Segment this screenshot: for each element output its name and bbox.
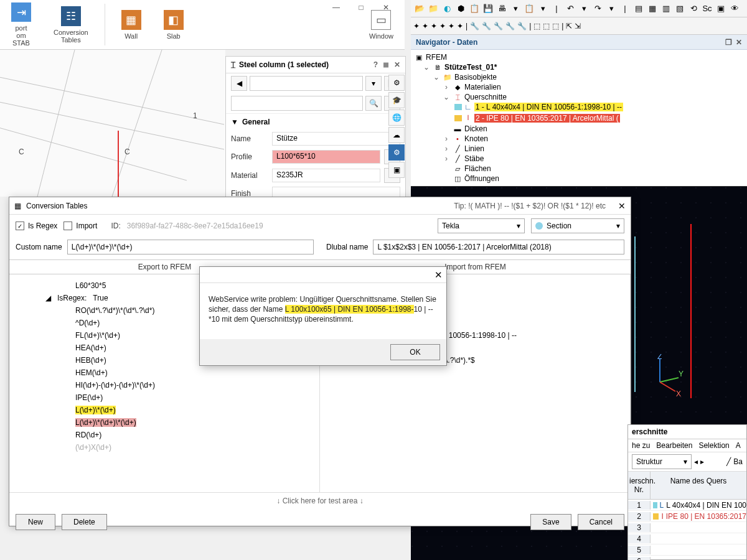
gear-icon[interactable]: ⚙ (388, 144, 405, 161)
struktur-select[interactable]: Struktur▾ (632, 454, 692, 469)
custom-name-input[interactable] (67, 240, 314, 254)
dialog-text: WebService write problem: Ungültiger Que… (200, 283, 446, 339)
minimize-button[interactable]: ― (324, 0, 349, 15)
nav-prev-icon[interactable]: ◂ (694, 457, 698, 466)
tip-text: Tip: !( MATH )! -- !($1 + $2)! OR !($1 *… (454, 202, 606, 210)
table-row[interactable]: 5 (628, 544, 746, 556)
general-heading: General (242, 118, 270, 126)
nav-next-icon[interactable]: ▸ (700, 457, 704, 466)
table-row[interactable]: 4 (628, 533, 746, 544)
nav-back-button[interactable]: ◀ (231, 76, 247, 91)
svg-text:Z: Z (657, 354, 662, 361)
table-row[interactable]: 2IIPE 80 | EN 10365:2017 (628, 511, 746, 522)
slab-icon: ◧ (164, 10, 184, 30)
isregex-checkbox[interactable]: ✓Is Regex (16, 222, 57, 230)
navigator-tree[interactable]: ▣RFEM ⌄🗎StützeTest_01* ⌄📁Basisobjekte ›◆… (411, 50, 747, 186)
search-icon[interactable]: 🔍 (365, 96, 382, 111)
close-button[interactable]: ✕ (374, 0, 398, 15)
side-toolbar: ⚙ 🎓 🌐 ☁ ⚙ ▣ (388, 75, 405, 178)
cross-sections-table[interactable]: ierschn. Nr.Name des Quers 1LL 40x40x4 |… (628, 472, 746, 560)
ribbon-conversion-tables[interactable]: ☷ Conversion Tables (42, 0, 100, 49)
svg-line-1 (0, 100, 224, 149)
dlubal-name-input[interactable] (373, 240, 624, 254)
profile-field[interactable]: L100*65*10 (272, 150, 380, 164)
nav-close-icon[interactable]: ✕ (736, 38, 742, 47)
panel-title: Steel column (1 selected) (239, 60, 329, 69)
panel-search-input[interactable] (231, 96, 363, 111)
list-icon[interactable]: ≣ (383, 60, 389, 69)
svg-line-0 (0, 75, 224, 124)
navigator-header: Navigator - Daten ❐✕ (411, 35, 747, 50)
import-checkbox[interactable]: Import (63, 222, 97, 230)
regex-row-highlight-red: L(\d+)\*(\d+)\*(\d+) (75, 418, 136, 427)
edu-icon[interactable]: 🎓 (388, 92, 405, 108)
globe-icon[interactable]: 🌐 (388, 110, 405, 126)
new-button[interactable]: New (16, 514, 55, 530)
table-row[interactable]: 6 (628, 556, 746, 560)
table-row[interactable]: 1LL 40x40x4 | DIN EN 100 (628, 500, 746, 511)
column-icon: ⌶ (231, 60, 235, 69)
type-select[interactable]: Tekla▾ (438, 218, 525, 233)
wall-icon: ▦ (121, 10, 141, 30)
name-field[interactable]: Stütze (272, 132, 400, 146)
ribbon-wall[interactable]: ▦ Wall (110, 0, 153, 49)
svg-line-2 (0, 124, 187, 180)
settings2-icon[interactable]: ⚙ (388, 75, 405, 91)
svg-line-18 (660, 382, 675, 391)
app-icon: ▦ (14, 202, 21, 210)
dialog-close-icon[interactable]: ✕ (435, 269, 443, 281)
regex-row-highlight-yellow: L(\d+)\*(\d+) (75, 406, 116, 414)
error-dialog: ✕ WebService write problem: Ungültiger Q… (199, 266, 447, 366)
ribbon-import-rstab[interactable]: ⇥ port om STAB (0, 0, 42, 49)
cloud-icon[interactable]: ☁ (388, 127, 405, 143)
pin-icon[interactable]: ❐ (725, 38, 732, 47)
svg-line-17 (660, 378, 679, 382)
help-icon[interactable]: ? (374, 60, 378, 69)
svg-text:X: X (676, 390, 681, 398)
window-controls: ― □ ✕ (324, 0, 398, 15)
table-row[interactable]: 3 (628, 522, 746, 533)
category-select[interactable]: Section▾ (531, 218, 624, 233)
svg-text:C: C (19, 147, 24, 156)
rfem-toolbar-2[interactable]: ✦✦✦✦✦✦|🔧🔧🔧🔧🔧|⬚⬚⬚|⇱⇲ (411, 17, 747, 35)
maximize-button[interactable]: □ (349, 0, 374, 15)
cube-icon[interactable]: ▣ (388, 162, 405, 178)
svg-text:Y: Y (679, 370, 684, 378)
ok-button[interactable]: OK (390, 344, 440, 360)
svg-text:1: 1 (193, 111, 197, 120)
ribbon-slab[interactable]: ◧ Slab (153, 0, 195, 49)
steel-column-panel: ⌶ Steel column (1 selected) ? ≣ ✕ ◀ ▾ 💾 … (225, 56, 406, 220)
tree-qs-2[interactable]: 2 - IPE 80 | EN 10365:2017 | ArcelorMitt… (474, 114, 620, 123)
test-area-toggle[interactable]: ↓ Click here for test area ↓ (9, 492, 631, 509)
axis-gizmo: Z Y X (641, 354, 685, 398)
id-value: 36f989af-fa27-488c-8ee7-2e15da16ee19 (127, 222, 263, 230)
save-button[interactable]: Save (530, 514, 571, 530)
chevron-down-icon[interactable]: ▾ (365, 76, 382, 91)
cancel-button[interactable]: Cancel (578, 514, 624, 530)
conv-close-icon[interactable]: ✕ (618, 201, 626, 211)
rfem-toolbar-1[interactable]: 📂📁◐⬢📋💾🖶▾📋▾|↶▾↷▾|▤▦▥▧⟲Sc▣👁 (411, 0, 747, 17)
selection-dropdown[interactable] (250, 76, 363, 91)
material-field[interactable]: S235JR (272, 169, 380, 182)
svg-text:C: C (125, 147, 130, 156)
delete-button[interactable]: Delete (62, 514, 107, 530)
import-icon: ⇥ (11, 2, 31, 22)
svg-line-3 (37, 50, 75, 197)
tree-qs-1[interactable]: 1 - L 40x40x4 | DIN EN 10056-1:1998-10 |… (474, 103, 623, 111)
model-canvas[interactable]: C C 1 (0, 50, 225, 197)
window-title: Conversion Tables (26, 202, 88, 210)
tables-icon: ☷ (61, 6, 81, 26)
panel-close-icon[interactable]: ✕ (394, 60, 400, 69)
cross-sections-panel: erschnitte he zuBearbeitenSelektionA Str… (627, 424, 747, 560)
svg-line-4 (112, 50, 162, 197)
